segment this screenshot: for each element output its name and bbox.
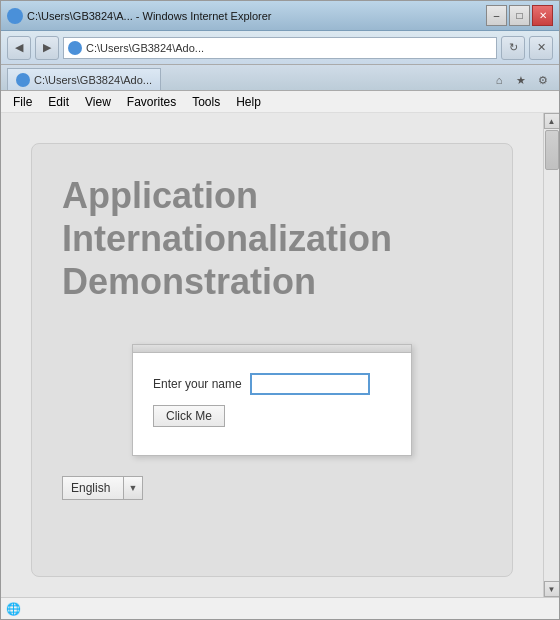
title-line3: Demonstration (62, 260, 392, 303)
form-box-body: Enter your name Click Me (133, 353, 411, 447)
menu-favorites[interactable]: Favorites (119, 93, 184, 111)
form-box: Enter your name Click Me (132, 344, 412, 456)
title-bar-left: C:\Users\GB3824\A... - Windows Internet … (7, 8, 272, 24)
title-line1: Application (62, 174, 392, 217)
browser-window: C:\Users\GB3824\A... - Windows Internet … (0, 0, 560, 620)
page-icon (68, 41, 82, 55)
tab-bar: C:\Users\GB3824\Ado... ⌂ ★ ⚙ (1, 65, 559, 91)
menu-view[interactable]: View (77, 93, 119, 111)
page-content: Application Internationalization Demonst… (1, 113, 543, 597)
form-row: Enter your name (153, 373, 391, 395)
page-inner: Application Internationalization Demonst… (31, 143, 513, 577)
scroll-down-button[interactable]: ▼ (544, 581, 560, 597)
app-title: Application Internationalization Demonst… (62, 174, 392, 304)
language-select[interactable]: English French German Spanish (62, 476, 123, 500)
scroll-thumb[interactable] (545, 130, 559, 170)
tab-label: C:\Users\GB3824\Ado... (34, 74, 152, 86)
status-bar: 🌐 (1, 597, 559, 619)
name-input[interactable] (250, 373, 370, 395)
form-box-footer (133, 447, 411, 455)
gear-icon[interactable]: ⚙ (533, 70, 553, 90)
title-bar: C:\Users\GB3824\A... - Windows Internet … (1, 1, 559, 31)
form-box-header (133, 345, 411, 353)
title-line2: Internationalization (62, 217, 392, 260)
back-button[interactable]: ◀ (7, 36, 31, 60)
address-bar: ◀ ▶ C:\Users\GB3824\Ado... ↻ ✕ (1, 31, 559, 65)
star-icon[interactable]: ★ (511, 70, 531, 90)
language-selector-area: English French German Spanish ▼ (62, 476, 143, 500)
browser-tab[interactable]: C:\Users\GB3824\Ado... (7, 68, 161, 90)
menu-tools[interactable]: Tools (184, 93, 228, 111)
address-field[interactable]: C:\Users\GB3824\Ado... (63, 37, 497, 59)
scroll-up-button[interactable]: ▲ (544, 113, 560, 129)
refresh-button[interactable]: ↻ (501, 36, 525, 60)
address-text: C:\Users\GB3824\Ado... (86, 42, 204, 54)
menu-bar: File Edit View Favorites Tools Help (1, 91, 559, 113)
tab-controls: ⌂ ★ ⚙ (489, 70, 553, 90)
menu-edit[interactable]: Edit (40, 93, 77, 111)
forward-button[interactable]: ▶ (35, 36, 59, 60)
window-controls: – □ ✕ (486, 5, 553, 26)
ie-icon (7, 8, 23, 24)
click-me-button[interactable]: Click Me (153, 405, 225, 427)
status-icon: 🌐 (5, 601, 21, 617)
menu-file[interactable]: File (5, 93, 40, 111)
name-label: Enter your name (153, 377, 242, 391)
scrollbar: ▲ ▼ (543, 113, 559, 597)
minimize-button[interactable]: – (486, 5, 507, 26)
language-select-wrap: English French German Spanish ▼ (62, 476, 143, 500)
close-button[interactable]: ✕ (532, 5, 553, 26)
content-area: Application Internationalization Demonst… (1, 113, 559, 597)
menu-help[interactable]: Help (228, 93, 269, 111)
window-title: C:\Users\GB3824\A... - Windows Internet … (27, 10, 272, 22)
language-dropdown-arrow[interactable]: ▼ (123, 476, 143, 500)
maximize-button[interactable]: □ (509, 5, 530, 26)
stop-button[interactable]: ✕ (529, 36, 553, 60)
home-icon[interactable]: ⌂ (489, 70, 509, 90)
tab-icon (16, 73, 30, 87)
